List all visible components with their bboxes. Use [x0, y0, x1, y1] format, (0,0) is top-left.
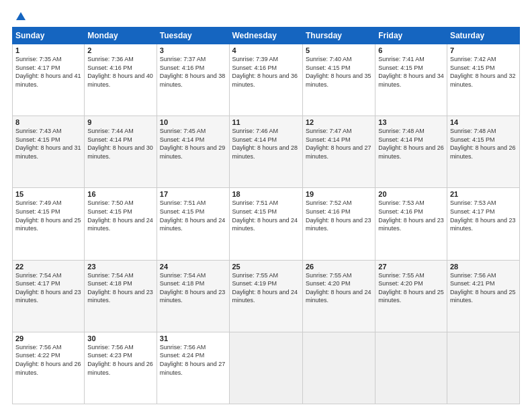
calendar-cell: 12 Sunrise: 7:47 AMSunset: 4:14 PMDaylig…: [302, 116, 375, 188]
calendar-cell: 29 Sunrise: 7:56 AMSunset: 4:22 PMDaylig…: [13, 332, 85, 404]
day-info: Sunrise: 7:56 AMSunset: 4:21 PMDaylight:…: [450, 272, 516, 304]
day-number: 19: [306, 190, 372, 198]
day-number: 5: [306, 46, 372, 54]
day-info: Sunrise: 7:55 AMSunset: 4:19 PMDaylight:…: [232, 272, 298, 304]
day-info: Sunrise: 7:43 AMSunset: 4:15 PMDaylight:…: [15, 128, 81, 160]
day-info: Sunrise: 7:36 AMSunset: 4:16 PMDaylight:…: [87, 56, 153, 88]
logo-icon: [15, 11, 27, 23]
calendar-week-2: 8 Sunrise: 7:43 AMSunset: 4:15 PMDayligh…: [13, 116, 520, 188]
day-number: 17: [160, 190, 226, 198]
day-number: 4: [232, 46, 300, 54]
day-number: 31: [160, 334, 226, 342]
calendar-cell: 25 Sunrise: 7:55 AMSunset: 4:19 PMDaylig…: [229, 260, 302, 332]
day-number: 23: [87, 263, 153, 271]
day-info: Sunrise: 7:37 AMSunset: 4:16 PMDaylight:…: [160, 56, 226, 88]
calendar-week-5: 29 Sunrise: 7:56 AMSunset: 4:22 PMDaylig…: [13, 332, 520, 404]
day-header-saturday: Saturday: [447, 28, 519, 44]
calendar-cell: 6 Sunrise: 7:41 AMSunset: 4:15 PMDayligh…: [375, 44, 447, 116]
day-number: 21: [450, 190, 517, 198]
svg-marker-0: [16, 12, 26, 20]
calendar-cell: 22 Sunrise: 7:54 AMSunset: 4:17 PMDaylig…: [13, 260, 85, 332]
calendar-week-1: 1 Sunrise: 7:35 AMSunset: 4:17 PMDayligh…: [13, 44, 520, 116]
day-number: 1: [15, 46, 81, 54]
day-info: Sunrise: 7:44 AMSunset: 4:14 PMDaylight:…: [87, 128, 153, 160]
calendar-cell: 1 Sunrise: 7:35 AMSunset: 4:17 PMDayligh…: [13, 44, 85, 116]
day-info: Sunrise: 7:45 AMSunset: 4:14 PMDaylight:…: [160, 128, 226, 160]
day-info: Sunrise: 7:47 AMSunset: 4:14 PMDaylight:…: [306, 128, 371, 160]
day-info: Sunrise: 7:39 AMSunset: 4:16 PMDaylight:…: [232, 56, 298, 88]
day-info: Sunrise: 7:48 AMSunset: 4:15 PMDaylight:…: [450, 128, 516, 160]
day-number: 20: [378, 190, 444, 198]
day-info: Sunrise: 7:40 AMSunset: 4:15 PMDaylight:…: [306, 56, 371, 88]
day-number: 24: [160, 263, 226, 271]
calendar-cell: [229, 332, 302, 404]
logo: [12, 11, 27, 23]
day-info: Sunrise: 7:53 AMSunset: 4:17 PMDaylight:…: [450, 199, 516, 232]
calendar-cell: [447, 332, 519, 404]
calendar-cell: [375, 332, 447, 404]
day-header-tuesday: Tuesday: [157, 28, 229, 44]
calendar-cell: 5 Sunrise: 7:40 AMSunset: 4:15 PMDayligh…: [302, 44, 375, 116]
day-info: Sunrise: 7:52 AMSunset: 4:16 PMDaylight:…: [306, 199, 371, 232]
day-info: Sunrise: 7:53 AMSunset: 4:16 PMDaylight:…: [378, 199, 444, 232]
day-info: Sunrise: 7:54 AMSunset: 4:18 PMDaylight:…: [87, 272, 153, 304]
day-number: 27: [378, 263, 444, 271]
day-info: Sunrise: 7:54 AMSunset: 4:17 PMDaylight:…: [15, 272, 81, 304]
calendar-cell: 19 Sunrise: 7:52 AMSunset: 4:16 PMDaylig…: [302, 188, 375, 260]
day-number: 14: [450, 118, 517, 126]
day-info: Sunrise: 7:49 AMSunset: 4:15 PMDaylight:…: [15, 199, 81, 232]
day-info: Sunrise: 7:54 AMSunset: 4:18 PMDaylight:…: [160, 272, 226, 304]
calendar-cell: 9 Sunrise: 7:44 AMSunset: 4:14 PMDayligh…: [85, 116, 157, 188]
day-number: 13: [378, 118, 444, 126]
calendar-week-3: 15 Sunrise: 7:49 AMSunset: 4:15 PMDaylig…: [13, 188, 520, 260]
calendar-cell: 23 Sunrise: 7:54 AMSunset: 4:18 PMDaylig…: [85, 260, 157, 332]
calendar-cell: 26 Sunrise: 7:55 AMSunset: 4:20 PMDaylig…: [302, 260, 375, 332]
day-number: 10: [160, 118, 226, 126]
calendar-cell: 21 Sunrise: 7:53 AMSunset: 4:17 PMDaylig…: [447, 188, 519, 260]
day-number: 7: [450, 46, 517, 54]
calendar-cell: 24 Sunrise: 7:54 AMSunset: 4:18 PMDaylig…: [157, 260, 229, 332]
day-number: 11: [232, 118, 300, 126]
calendar-week-4: 22 Sunrise: 7:54 AMSunset: 4:17 PMDaylig…: [13, 260, 520, 332]
logo-area: [12, 11, 27, 20]
day-header-wednesday: Wednesday: [229, 28, 302, 44]
calendar-cell: 8 Sunrise: 7:43 AMSunset: 4:15 PMDayligh…: [13, 116, 85, 188]
day-number: 2: [87, 46, 153, 54]
day-number: 8: [15, 118, 81, 126]
day-number: 15: [15, 190, 81, 198]
day-number: 28: [450, 263, 517, 271]
calendar-cell: 14 Sunrise: 7:48 AMSunset: 4:15 PMDaylig…: [447, 116, 519, 188]
header-row: SundayMondayTuesdayWednesdayThursdayFrid…: [13, 28, 520, 44]
day-number: 18: [232, 190, 300, 198]
day-info: Sunrise: 7:51 AMSunset: 4:15 PMDaylight:…: [232, 199, 298, 232]
day-number: 12: [306, 118, 372, 126]
day-header-friday: Friday: [375, 28, 447, 44]
calendar-cell: 2 Sunrise: 7:36 AMSunset: 4:16 PMDayligh…: [85, 44, 157, 116]
calendar-cell: 3 Sunrise: 7:37 AMSunset: 4:16 PMDayligh…: [157, 44, 229, 116]
calendar-cell: 31 Sunrise: 7:56 AMSunset: 4:24 PMDaylig…: [157, 332, 229, 404]
calendar-cell: 15 Sunrise: 7:49 AMSunset: 4:15 PMDaylig…: [13, 188, 85, 260]
day-number: 22: [15, 263, 81, 271]
day-number: 6: [378, 46, 444, 54]
day-number: 26: [306, 263, 372, 271]
header: [12, 11, 520, 20]
calendar-cell: 11 Sunrise: 7:46 AMSunset: 4:14 PMDaylig…: [229, 116, 302, 188]
day-info: Sunrise: 7:42 AMSunset: 4:15 PMDaylight:…: [450, 56, 516, 88]
day-info: Sunrise: 7:41 AMSunset: 4:15 PMDaylight:…: [378, 56, 444, 88]
day-info: Sunrise: 7:56 AMSunset: 4:23 PMDaylight:…: [87, 344, 153, 376]
calendar-cell: 16 Sunrise: 7:50 AMSunset: 4:15 PMDaylig…: [85, 188, 157, 260]
calendar-cell: 28 Sunrise: 7:56 AMSunset: 4:21 PMDaylig…: [447, 260, 519, 332]
calendar-cell: 17 Sunrise: 7:51 AMSunset: 4:15 PMDaylig…: [157, 188, 229, 260]
page: SundayMondayTuesdayWednesdayThursdayFrid…: [0, 0, 532, 411]
day-number: 29: [15, 334, 81, 342]
day-number: 3: [160, 46, 226, 54]
calendar-cell: 18 Sunrise: 7:51 AMSunset: 4:15 PMDaylig…: [229, 188, 302, 260]
day-number: 9: [87, 118, 153, 126]
day-header-thursday: Thursday: [302, 28, 375, 44]
calendar-cell: 20 Sunrise: 7:53 AMSunset: 4:16 PMDaylig…: [375, 188, 447, 260]
day-info: Sunrise: 7:51 AMSunset: 4:15 PMDaylight:…: [160, 199, 226, 232]
day-info: Sunrise: 7:55 AMSunset: 4:20 PMDaylight:…: [306, 272, 371, 304]
day-number: 16: [87, 190, 153, 198]
calendar-cell: 30 Sunrise: 7:56 AMSunset: 4:23 PMDaylig…: [85, 332, 157, 404]
calendar-cell: 10 Sunrise: 7:45 AMSunset: 4:14 PMDaylig…: [157, 116, 229, 188]
